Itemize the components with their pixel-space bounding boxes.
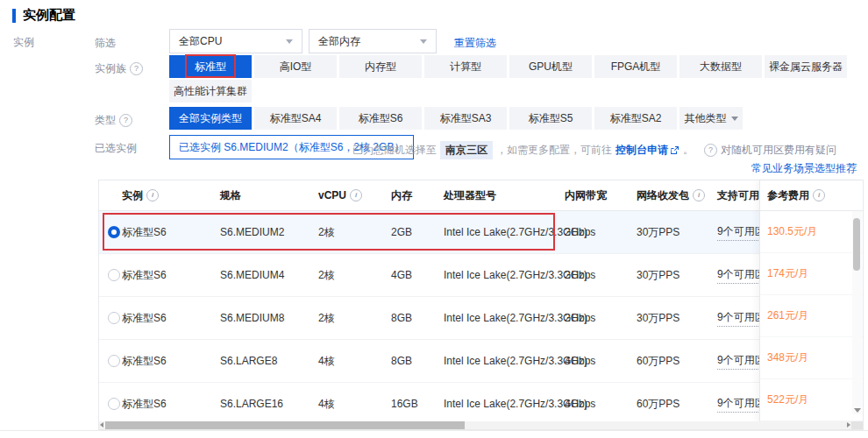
cell-instance: 标准型S6 [122, 211, 167, 253]
family-option-label: 裸金属云服务器 [769, 60, 843, 74]
recommend-scenarios-link[interactable]: 常见业务场景选型推荐 [751, 161, 857, 176]
zones-link[interactable]: 9个可用区 [717, 353, 765, 370]
type-tab-group: 全部实例类型标准型SA4标准型S6标准型SA3标准型S5标准型SA2其他类型 [169, 107, 855, 130]
table-row: 标准型S6S6.MEDIUM82核8GBIntel Ice Lake(2.7GH… [99, 297, 863, 340]
help-icon[interactable]: ? [119, 114, 132, 127]
family-option-GPU机型[interactable]: GPU机型 [509, 55, 592, 78]
chevron-down-icon [420, 39, 427, 44]
scroll-right-arrow-icon[interactable] [847, 422, 850, 427]
price-column-cells: 130.5元/月174元/月261元/月348元/月522元/月 [760, 211, 863, 421]
zones-link[interactable]: 9个可用区 [717, 310, 765, 327]
column-header-label: 内存 [391, 188, 412, 203]
family-label: 实例族 ? [95, 61, 143, 76]
column-header-label: vCPU [318, 189, 346, 201]
family-option-高IO型[interactable]: 高IO型 [254, 55, 337, 78]
cell-memory: 4GB [391, 254, 412, 296]
cpu-filter-select[interactable]: 全部CPU [169, 29, 302, 53]
memory-filter-select[interactable]: 全部内存 [309, 29, 437, 53]
type-tab-标准型S6[interactable]: 标准型S6 [339, 107, 422, 130]
zones-link[interactable]: 9个可用区 [717, 396, 765, 413]
cell-vcpu: 2核 [318, 254, 335, 296]
family-option-计算型[interactable]: 计算型 [424, 55, 507, 78]
section-bottom-divider [0, 430, 868, 431]
vertical-scrollbar-thumb[interactable] [853, 218, 860, 271]
scroll-down-arrow-icon[interactable] [854, 408, 861, 413]
cell-bandwidth: 4Gbps [565, 383, 595, 422]
table-row: 标准型S6S6.MEDIUM42核4GBIntel Ice Lake(2.7GH… [99, 254, 863, 297]
selected-instance-label: 已选实例 [95, 141, 137, 156]
cell-vcpu: 4核 [318, 383, 335, 422]
family-option-内存型[interactable]: 内存型 [339, 55, 422, 78]
type-tab-标准型SA4[interactable]: 标准型SA4 [254, 107, 337, 130]
zones-link[interactable]: 9个可用区 [717, 224, 765, 241]
row-radio[interactable] [108, 312, 120, 324]
title-accent-bar [12, 9, 16, 23]
cell-bandwidth: 2Gbps [565, 254, 595, 296]
table-row: 标准型S6S6.MEDIUM22核2GBIntel Ice Lake(2.7GH… [99, 211, 863, 254]
row-radio[interactable] [108, 226, 120, 238]
reset-filter-link[interactable]: 重置筛选 [454, 36, 496, 51]
info-icon[interactable]: i [813, 189, 825, 201]
horizontal-scrollbar-thumb[interactable] [105, 421, 465, 429]
note-period: 。 [683, 143, 694, 158]
info-icon[interactable]: i [350, 189, 362, 201]
type-tab-标准型SA2[interactable]: 标准型SA2 [594, 107, 677, 130]
scrollbar-corner [851, 421, 863, 429]
type-label: 类型 ? [95, 113, 132, 128]
memory-filter-value: 全部内存 [318, 34, 360, 49]
type-tab-标准型S5[interactable]: 标准型S5 [509, 107, 592, 130]
cell-price: 522元/月 [760, 379, 863, 421]
type-tab-全部实例类型[interactable]: 全部实例类型 [169, 107, 252, 130]
cell-price: 261元/月 [760, 295, 863, 337]
family-option-标准型[interactable]: 标准型 [169, 55, 252, 78]
type-tab-label: 标准型SA3 [440, 111, 492, 126]
zone-chip: 南京三区 [440, 141, 493, 159]
family-option-高性能计算集群[interactable]: 高性能计算集群 [169, 80, 252, 102]
cell-spec: S6.MEDIUM8 [220, 297, 284, 339]
table-body: 标准型S6S6.MEDIUM22核2GBIntel Ice Lake(2.7GH… [99, 211, 863, 422]
cell-instance: 标准型S6 [122, 383, 167, 422]
row-radio[interactable] [108, 355, 120, 367]
help-icon[interactable]: ? [130, 62, 143, 75]
type-tab-其他类型[interactable]: 其他类型 [679, 107, 743, 130]
type-tab-label: 标准型SA4 [270, 111, 322, 126]
cell-spec: S6.MEDIUM4 [220, 254, 284, 296]
info-icon[interactable]: i [146, 189, 159, 201]
table-row: 标准型S6S6.LARGE164核16GBIntel Ice Lake(2.7G… [99, 383, 863, 422]
family-option-大数据型[interactable]: 大数据型 [679, 55, 762, 78]
cell-spec: S6.LARGE8 [220, 340, 277, 382]
console-apply-link[interactable]: 控制台申请 [615, 143, 679, 158]
column-header-memory: 内存 [391, 180, 412, 210]
family-option-label: GPU机型 [529, 60, 573, 74]
column-header-label: 实例 [122, 188, 143, 203]
cell-price: 348元/月 [760, 337, 863, 379]
question-circle-icon[interactable]: ? [704, 144, 717, 157]
row-radio[interactable] [108, 398, 120, 410]
filter-label: 筛选 [95, 36, 116, 51]
cell-spec: S6.LARGE16 [220, 383, 283, 422]
cell-memory: 8GB [391, 340, 412, 382]
cell-pps: 30万PPS [637, 297, 679, 339]
cell-vcpu: 2核 [318, 211, 335, 253]
horizontal-scrollbar[interactable] [99, 421, 863, 429]
cell-memory: 2GB [391, 211, 412, 253]
family-option-label: 大数据型 [700, 60, 742, 74]
radio-cell [108, 254, 120, 296]
zones-link[interactable]: 9个可用区 [717, 267, 765, 284]
type-tab-label: 全部实例类型 [179, 111, 242, 126]
vertical-scrollbar[interactable] [852, 211, 862, 414]
chevron-down-icon [731, 117, 738, 121]
info-icon[interactable]: i [693, 189, 705, 201]
row-radio[interactable] [108, 269, 120, 281]
family-option-label: 计算型 [450, 60, 481, 74]
family-option-裸金属云服务器[interactable]: 裸金属云服务器 [765, 55, 847, 78]
type-tab-标准型SA3[interactable]: 标准型SA3 [424, 107, 507, 130]
family-option-FPGA机型[interactable]: FPGA机型 [594, 55, 677, 78]
radio-cell [108, 340, 120, 382]
column-header-bandwidth: 内网带宽 [565, 180, 607, 210]
family-option-label: 高IO型 [280, 60, 312, 74]
scroll-left-arrow-icon[interactable] [100, 422, 103, 427]
column-header-vcpu: vCPUi [318, 180, 362, 210]
table-header: 实例i规格vCPUi内存处理器型号内网带宽网络收发包i支持可用区i [99, 180, 863, 211]
note-prefix: 已为您随机选择至 [352, 143, 437, 158]
